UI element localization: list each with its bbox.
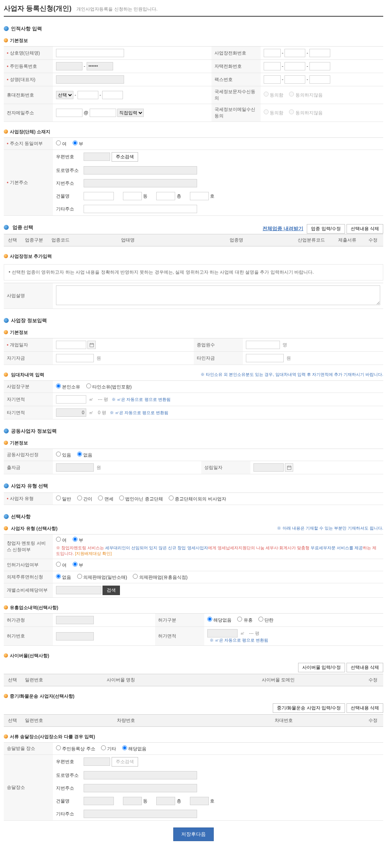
addr-search-button[interactable]: 주소검색 — [112, 152, 138, 162]
mobile-prefix[interactable]: 선택 — [56, 91, 73, 99]
label-bldg: 건물명 — [56, 193, 82, 199]
hometl-3[interactable] — [309, 62, 330, 70]
indivtax-search-button[interactable]: 검색 — [103, 586, 120, 595]
mentor-yes[interactable] — [56, 537, 61, 542]
biz-delete-button[interactable]: 선택내용 삭제 — [347, 224, 383, 234]
permoffice-input — [56, 616, 94, 624]
label-sms: 국세정보문자수신동의 — [211, 86, 261, 104]
label-hometl: 자택전화번호 — [211, 60, 261, 73]
rrn-1 — [56, 62, 82, 70]
liquor-none[interactable] — [56, 574, 61, 579]
fax-2[interactable] — [284, 75, 305, 84]
ho-input[interactable] — [190, 192, 209, 200]
hometl-2[interactable] — [284, 62, 305, 70]
label-rrn: 주민등록번호 — [4, 60, 53, 73]
label-biztel: 사업장전화번호 — [211, 47, 261, 60]
label-mobile: 휴대전화번호 — [4, 86, 53, 104]
biztel-1[interactable] — [264, 49, 281, 57]
bizcat-other[interactable] — [86, 383, 91, 388]
liquor-ent[interactable] — [133, 574, 138, 579]
recv-rrn[interactable] — [56, 745, 61, 750]
label-bizcat: 사업장구분 — [4, 381, 53, 393]
dong-input[interactable] — [123, 192, 142, 200]
mentor-no[interactable] — [73, 537, 78, 542]
sms-agree — [264, 92, 269, 97]
joint-yes[interactable] — [56, 452, 61, 457]
owner-exempt[interactable] — [98, 496, 103, 500]
label-open: 개업일자 — [4, 338, 53, 352]
subhead-vehicle: 중기/화물운송 사업자(선택사항) — [4, 691, 383, 702]
subhead-lease: 임대차내역 입력 ※ 타인소유 외 본인소유분도 있는 경우, 임대차내역 입력… — [4, 369, 383, 380]
recv-none[interactable] — [122, 745, 127, 750]
dho-input — [190, 797, 209, 805]
owner-table: 사업자 유형 일반 간이 면세 법인아닌 종교단체 종교단체이외의 비사업자 — [4, 492, 383, 505]
biz-add-edit-button[interactable]: 업종 입력/수정 — [307, 224, 345, 234]
subhead-delivery: 서류 송달장소(사업장소와 다를 경우 입력) — [4, 731, 383, 742]
owner-general[interactable] — [56, 496, 61, 500]
indep-no[interactable] — [73, 562, 78, 567]
cyber-grid: 선택 일련번호 사이버몰 명칭 사이버몰 도메인 수정 — [4, 674, 383, 686]
owner-nonrel[interactable] — [169, 496, 174, 500]
biz-grid: 선택 업종구분 업종코드 업태명 업종명 산업분류코드 제출서류 수정 — [4, 234, 383, 246]
sameaddr-no[interactable] — [73, 140, 78, 145]
cyber-add-button[interactable]: 사이버몰 입력/수정 — [298, 663, 345, 672]
label-email: 전자메일주소 — [4, 104, 53, 122]
label-bizdesc: 사업설명 — [4, 283, 53, 309]
label-etcaddr: 기타주소 — [56, 206, 82, 212]
mobile-2[interactable] — [78, 91, 98, 99]
indivtax-input — [56, 586, 101, 594]
fax-3[interactable] — [309, 75, 330, 84]
selffund-input[interactable] — [56, 354, 94, 362]
extra-note: • 선택한 업종이 영위하고자 하는 사업 내용을 정확하게 반영하지 못하는 … — [4, 264, 383, 281]
permtype-y[interactable] — [237, 617, 242, 622]
download-all-link[interactable]: 전체업종 내려받기 — [263, 226, 303, 231]
biztel-3[interactable] — [309, 49, 330, 57]
label-estdate: 성립일자 — [201, 461, 250, 474]
owner-corprel[interactable] — [119, 496, 124, 500]
bldg-input[interactable] — [84, 192, 114, 200]
selfarea-input[interactable] — [56, 395, 86, 404]
permtype-n[interactable] — [258, 617, 263, 622]
section-owner: 사업자 유형 선택 — [4, 480, 383, 492]
label-mentoring: 창업자 멘토링 서비스 신청여부 — [4, 535, 53, 559]
label-selffund: 자기자금 — [4, 352, 53, 365]
mail-disagree — [289, 109, 294, 114]
indep-yes[interactable] — [56, 562, 61, 567]
email-select[interactable]: 직접입력 — [117, 109, 144, 117]
section-optional: 선택사항 — [4, 510, 383, 523]
open-date-input[interactable] — [56, 341, 86, 349]
fax-1[interactable] — [264, 75, 281, 84]
label-otherfund: 타인자금 — [194, 352, 243, 365]
liquor-gen[interactable] — [77, 574, 82, 579]
vehicle-del-button[interactable]: 선택내용 삭제 — [347, 703, 383, 713]
permtype-none[interactable] — [207, 617, 212, 622]
bizname-input[interactable] — [56, 49, 124, 57]
dlot-input — [84, 784, 197, 792]
biztel-2[interactable] — [284, 49, 305, 57]
ddong-input — [123, 797, 142, 805]
vehicle-add-button[interactable]: 중기/화물운송 사업자 입력/수정 — [273, 703, 345, 713]
recv-other[interactable] — [101, 745, 106, 750]
joint-no[interactable] — [77, 452, 82, 457]
owner-simple[interactable] — [77, 496, 82, 500]
email-id[interactable] — [56, 109, 82, 117]
page-header: 사업자 등록신청(개인) 개인사업자등록을 신청하는 민원입니다. — [4, 4, 383, 17]
permarea-input — [207, 629, 238, 637]
bizdesc-textarea[interactable] — [56, 285, 380, 305]
subhead-location: 사업장(단체) 소재지 — [4, 126, 383, 137]
cyber-del-button[interactable]: 선택내용 삭제 — [347, 663, 383, 672]
calendar-icon[interactable] — [285, 463, 293, 472]
bizcat-self[interactable] — [56, 383, 61, 388]
otherfund-input[interactable] — [246, 354, 284, 362]
mobile-3[interactable] — [102, 91, 123, 99]
floor-input[interactable] — [156, 192, 175, 200]
email-domain[interactable] — [90, 109, 116, 117]
calendar-icon[interactable] — [87, 341, 96, 349]
label-mail: 국세정보이메일수신동의 — [211, 104, 261, 122]
submit-button[interactable]: 저장후다음 — [173, 827, 214, 841]
etcaddr-input[interactable] — [84, 205, 197, 213]
hometl-1[interactable] — [264, 62, 281, 70]
sameaddr-yes[interactable] — [56, 140, 61, 145]
emp-input[interactable] — [246, 341, 280, 349]
label-permtype: 허가구분 — [155, 614, 204, 627]
